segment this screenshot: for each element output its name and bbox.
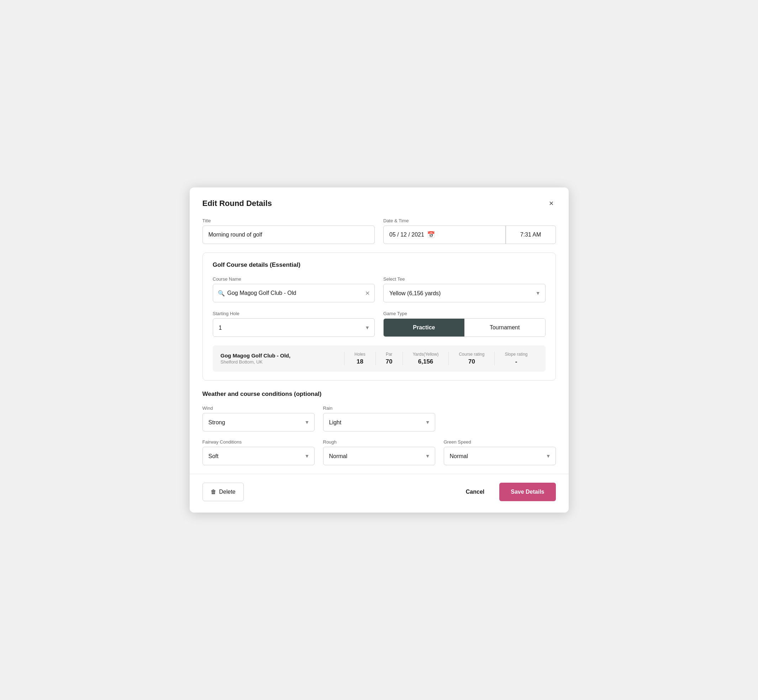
time-display[interactable]: 7:31 AM: [506, 226, 556, 244]
holes-label: Holes: [354, 352, 365, 357]
green-speed-wrapper: SlowNormalFastVery Fast ▼: [444, 447, 556, 465]
title-group: Title: [202, 218, 375, 244]
rough-label: Rough: [323, 439, 435, 445]
fairway-wrapper: FirmNormalSoftWet ▼: [202, 447, 315, 465]
close-button[interactable]: ×: [547, 199, 556, 208]
golf-section-title: Golf Course details (Essential): [213, 261, 545, 269]
starting-hole-dropdown[interactable]: 1234 5678 910: [213, 318, 375, 337]
weather-section-title: Weather and course conditions (optional): [202, 391, 556, 398]
title-label: Title: [202, 218, 375, 223]
course-info-name-block: Gog Magog Golf Club - Old, Shelford Bott…: [221, 353, 345, 364]
par-value: 70: [386, 358, 393, 365]
rain-group: Rain NoneLightModerateHeavy ▼: [323, 405, 435, 431]
yards-stat: Yards(Yellow) 6,156: [402, 352, 449, 365]
title-input[interactable]: [202, 225, 375, 244]
weather-section: Weather and course conditions (optional)…: [202, 391, 556, 465]
footer-row: 🗑 Delete Cancel Save Details: [202, 483, 556, 501]
course-info-name: Gog Magog Golf Club - Old,: [221, 353, 345, 359]
starting-hole-wrapper: 1234 5678 910 ▼: [213, 318, 375, 337]
tournament-button[interactable]: Tournament: [464, 319, 545, 336]
hole-gametype-row: Starting Hole 1234 5678 910 ▼ Game Type …: [213, 311, 545, 337]
holes-stat: Holes 18: [344, 352, 376, 365]
green-speed-group: Green Speed SlowNormalFastVery Fast ▼: [444, 439, 556, 465]
delete-button[interactable]: 🗑 Delete: [202, 483, 244, 501]
save-button[interactable]: Save Details: [499, 483, 556, 501]
yards-label: Yards(Yellow): [413, 352, 439, 357]
starting-hole-group: Starting Hole 1234 5678 910 ▼: [213, 311, 375, 337]
course-info-row: Gog Magog Golf Club - Old, Shelford Bott…: [213, 345, 545, 372]
game-type-label: Game Type: [383, 311, 545, 316]
footer-divider: [190, 474, 568, 474]
slope-rating-stat: Slope rating -: [494, 352, 537, 365]
datetime-label: Date & Time: [383, 218, 556, 223]
date-value: 05 / 12 / 2021: [389, 231, 424, 238]
fairway-dropdown[interactable]: FirmNormalSoftWet: [202, 447, 315, 465]
rough-group: Rough ShortNormalLongThick ▼: [323, 439, 435, 465]
wind-rain-row: Wind NoneCalmLight ModerateStrongVery St…: [202, 405, 556, 431]
select-tee-label: Select Tee: [383, 277, 545, 282]
fairway-group: Fairway Conditions FirmNormalSoftWet ▼: [202, 439, 315, 465]
golf-course-section: Golf Course details (Essential) Course N…: [202, 253, 556, 381]
starting-hole-label: Starting Hole: [213, 311, 375, 316]
trash-icon: 🗑: [211, 489, 216, 495]
slope-rating-label: Slope rating: [504, 352, 528, 357]
cancel-button[interactable]: Cancel: [459, 484, 491, 499]
course-search-wrapper: 🔍 ✕: [213, 284, 375, 302]
edit-round-modal: Edit Round Details × Title Date & Time 0…: [190, 188, 568, 512]
yards-value: 6,156: [418, 358, 434, 365]
rain-dropdown[interactable]: NoneLightModerateHeavy: [323, 413, 435, 431]
holes-value: 18: [357, 358, 363, 365]
time-value: 7:31 AM: [520, 231, 541, 238]
fairway-rough-green-row: Fairway Conditions FirmNormalSoftWet ▼ R…: [202, 439, 556, 465]
calendar-icon: 📅: [427, 231, 435, 239]
game-type-toggle: Practice Tournament: [383, 318, 545, 337]
footer-right: Cancel Save Details: [459, 483, 556, 501]
practice-button[interactable]: Practice: [384, 319, 464, 336]
rain-label: Rain: [323, 405, 435, 411]
delete-label: Delete: [219, 489, 236, 495]
modal-title: Edit Round Details: [202, 199, 272, 208]
title-datetime-row: Title Date & Time 05 / 12 / 2021 📅 7:31 …: [202, 218, 556, 244]
course-rating-value: 70: [468, 358, 475, 365]
wind-wrapper: NoneCalmLight ModerateStrongVery Strong …: [202, 413, 315, 431]
clear-course-icon[interactable]: ✕: [365, 290, 370, 297]
wind-label: Wind: [202, 405, 315, 411]
par-label: Par: [386, 352, 393, 357]
wind-group: Wind NoneCalmLight ModerateStrongVery St…: [202, 405, 315, 431]
course-name-input[interactable]: [213, 284, 375, 302]
wind-dropdown[interactable]: NoneCalmLight ModerateStrongVery Strong: [202, 413, 315, 431]
course-rating-stat: Course rating 70: [448, 352, 494, 365]
rough-wrapper: ShortNormalLongThick ▼: [323, 447, 435, 465]
fairway-label: Fairway Conditions: [202, 439, 315, 445]
course-name-label: Course Name: [213, 277, 375, 282]
course-tee-row: Course Name 🔍 ✕ Select Tee Yellow (6,156…: [213, 277, 545, 302]
course-name-group: Course Name 🔍 ✕: [213, 277, 375, 302]
course-info-location: Shelford Bottom, UK: [221, 359, 345, 364]
select-tee-dropdown[interactable]: Yellow (6,156 yards) White (6,500 yards)…: [383, 284, 545, 302]
select-tee-group: Select Tee Yellow (6,156 yards) White (6…: [383, 277, 545, 302]
course-rating-label: Course rating: [459, 352, 484, 357]
green-speed-dropdown[interactable]: SlowNormalFastVery Fast: [444, 447, 556, 465]
par-stat: Par 70: [376, 352, 402, 365]
modal-header: Edit Round Details ×: [202, 199, 556, 208]
datetime-group: Date & Time 05 / 12 / 2021 📅 7:31 AM: [383, 218, 556, 244]
datetime-inputs: 05 / 12 / 2021 📅 7:31 AM: [383, 225, 556, 244]
game-type-group: Game Type Practice Tournament: [383, 311, 545, 337]
rain-wrapper: NoneLightModerateHeavy ▼: [323, 413, 435, 431]
select-tee-wrapper: Yellow (6,156 yards) White (6,500 yards)…: [383, 284, 545, 302]
green-speed-label: Green Speed: [444, 439, 556, 445]
slope-rating-value: -: [515, 358, 517, 365]
rough-dropdown[interactable]: ShortNormalLongThick: [323, 447, 435, 465]
date-display[interactable]: 05 / 12 / 2021 📅: [384, 226, 506, 244]
